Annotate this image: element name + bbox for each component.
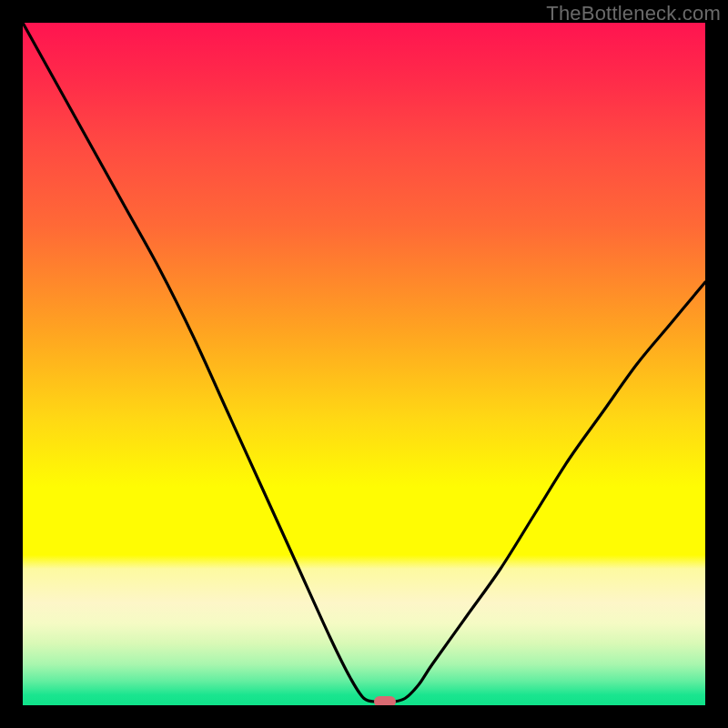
- bottleneck-curve: [23, 23, 705, 705]
- optimal-point-marker: [374, 696, 396, 705]
- chart-frame: TheBottleneck.com: [0, 0, 728, 728]
- plot-area: [23, 23, 705, 705]
- watermark-text: TheBottleneck.com: [546, 2, 721, 25]
